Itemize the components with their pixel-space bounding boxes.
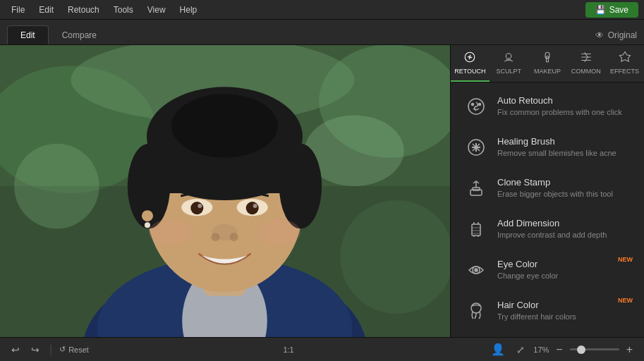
bottom-toolbar: ↩ ↪ | ↺ Reset 1:1 👤 ⤢ 17% − +	[0, 337, 644, 361]
tool-item-eye-color[interactable]: Eye Color Change eye color NEW	[455, 250, 640, 290]
menu-tools[interactable]: Tools	[108, 4, 139, 16]
tool-tab-sculpt[interactable]: SCULPT	[490, 45, 528, 82]
zoom-out-button[interactable]: −	[553, 342, 565, 357]
undo-button[interactable]: ↩	[8, 343, 23, 357]
canvas-area[interactable]	[0, 45, 450, 337]
svg-point-31	[145, 222, 150, 228]
svg-point-27	[230, 233, 238, 241]
hair-color-badge: NEW	[618, 297, 633, 304]
tool-item-hair-color[interactable]: Hair Color Try different hair colors NEW	[455, 291, 640, 331]
sculpt-tab-label: SCULPT	[496, 68, 521, 75]
svg-point-15	[171, 94, 278, 157]
svg-rect-18	[156, 158, 293, 193]
zoom-controls: 17% − +	[533, 342, 636, 357]
svg-point-22	[246, 202, 259, 214]
common-icon	[580, 51, 593, 66]
svg-point-28	[149, 219, 191, 245]
auto-retouch-icon	[463, 94, 489, 119]
makeup-icon	[541, 51, 554, 66]
retouch-icon	[463, 51, 476, 66]
zoom-slider[interactable]	[570, 348, 619, 350]
right-panel: RETOUCH SCULPT	[450, 45, 644, 337]
svg-point-5	[14, 144, 99, 229]
clone-stamp-icon	[463, 176, 489, 201]
tool-item-auto-retouch[interactable]: Auto Retouch Fix common problems with on…	[455, 87, 640, 126]
original-toggle[interactable]: 👁 Original	[595, 30, 637, 44]
add-dimension-icon	[463, 216, 489, 242]
menu-retouch[interactable]: Retouch	[62, 4, 105, 16]
svg-point-38	[479, 104, 481, 106]
svg-point-37	[472, 104, 474, 106]
eye-color-name: Eye Color	[497, 259, 631, 269]
common-tab-label: COMMON	[571, 68, 601, 75]
tool-tab-retouch[interactable]: RETOUCH	[451, 45, 490, 82]
zoom-ratio: 1:1	[283, 345, 293, 354]
healing-brush-text: Healing Brush Remove small blemishes lik…	[497, 136, 631, 158]
tab-compare[interactable]: Compare	[49, 25, 110, 44]
menu-help[interactable]: Help	[174, 4, 203, 16]
svg-point-6	[340, 200, 450, 314]
save-icon: 💾	[595, 5, 606, 15]
menu-file[interactable]: File	[6, 4, 30, 16]
separator-1: |	[49, 343, 52, 356]
avatar-icon[interactable]: 👤	[488, 341, 508, 357]
menu-edit[interactable]: Edit	[33, 4, 59, 16]
eye-color-text: Eye Color Change eye color	[497, 259, 631, 281]
svg-point-29	[258, 219, 300, 245]
tab-bar: Edit Compare 👁 Original	[0, 20, 644, 45]
svg-point-24	[253, 204, 257, 208]
svg-point-23	[198, 204, 202, 208]
tool-tab-common[interactable]: COMMON	[566, 45, 605, 82]
eye-icon: 👁	[595, 30, 604, 40]
tool-tabs: RETOUCH SCULPT	[451, 45, 644, 82]
svg-point-33	[506, 54, 511, 59]
hair-color-icon	[463, 298, 489, 324]
eye-color-icon	[463, 257, 489, 283]
tool-tab-makeup[interactable]: MAKEUP	[528, 45, 567, 82]
clone-stamp-name: Clone Stamp	[497, 177, 631, 188]
zoom-percent: 17%	[533, 345, 549, 354]
hair-color-name: Hair Color	[497, 300, 631, 310]
main-layout: RETOUCH SCULPT	[0, 45, 644, 337]
svg-point-26	[211, 233, 219, 241]
effects-tab-label: EFFECTS	[610, 68, 639, 75]
healing-brush-icon	[463, 135, 489, 160]
redo-button[interactable]: ↪	[28, 343, 42, 357]
tab-edit[interactable]: Edit	[7, 25, 49, 44]
reset-button[interactable]: ↺ Reset	[59, 345, 89, 354]
auto-retouch-name: Auto Retouch	[497, 95, 631, 106]
svg-point-46	[475, 269, 478, 271]
healing-brush-desc: Remove small blemishes like acne	[497, 148, 631, 158]
tool-item-clone-stamp[interactable]: Clone Stamp Erase bigger objects with th…	[455, 169, 640, 208]
svg-point-30	[142, 210, 153, 221]
hair-color-text: Hair Color Try different hair colors	[497, 300, 631, 322]
effects-icon	[619, 51, 631, 66]
eye-color-desc: Change eye color	[497, 271, 631, 281]
zoom-in-button[interactable]: +	[624, 342, 636, 357]
makeup-tab-label: MAKEUP	[534, 68, 561, 75]
photo-canvas	[0, 45, 450, 337]
menu-view[interactable]: View	[142, 4, 171, 16]
svg-rect-44	[472, 224, 480, 235]
hair-color-desc: Try different hair colors	[497, 312, 631, 322]
eye-color-badge: NEW	[618, 256, 633, 263]
add-dimension-name: Add Dimension	[497, 218, 631, 228]
tool-item-healing-brush[interactable]: Healing Brush Remove small blemishes lik…	[455, 128, 640, 167]
fit-screen-button[interactable]: ⤢	[514, 343, 528, 357]
auto-retouch-desc: Fix common problems with one click	[497, 107, 631, 117]
reset-icon: ↺	[59, 345, 66, 354]
healing-brush-name: Healing Brush	[497, 136, 631, 147]
clone-stamp-desc: Erase bigger objects with this tool	[497, 189, 631, 199]
svg-rect-43	[473, 188, 480, 190]
sculpt-icon	[502, 51, 515, 66]
tool-item-add-dimension[interactable]: Add Dimension Improve contrast and add d…	[455, 209, 640, 249]
save-button[interactable]: 💾 Save	[585, 2, 638, 18]
svg-point-35	[546, 56, 548, 59]
tool-item-red-eye[interactable]: Red Eye Removal Get rid of red eye effec…	[455, 332, 640, 337]
svg-rect-34	[545, 52, 549, 59]
add-dimension-desc: Improve contrast and add depth	[497, 230, 631, 240]
tool-list: Auto Retouch Fix common problems with on…	[451, 82, 644, 337]
retouch-tab-label: RETOUCH	[454, 68, 485, 75]
menu-bar: File Edit Retouch Tools View Help 💾 Save	[0, 0, 644, 20]
tool-tab-effects[interactable]: EFFECTS	[605, 45, 644, 82]
